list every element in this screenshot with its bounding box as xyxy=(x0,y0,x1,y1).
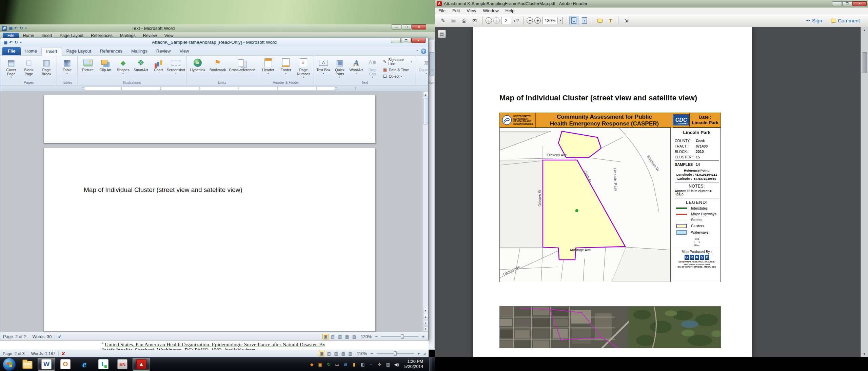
tray-usb-icon[interactable]: ◧ xyxy=(360,362,365,367)
fit-width-icon[interactable]: ↔ xyxy=(569,16,578,25)
close-button[interactable]: ✕ xyxy=(852,1,867,6)
wordart-button[interactable]: WordArt▾ xyxy=(348,57,364,80)
taskbar-item-internet-explorer[interactable]: e xyxy=(76,358,93,371)
minimize-button[interactable]: — xyxy=(391,38,401,43)
zoom-slider-thumb[interactable] xyxy=(394,351,397,356)
word-bg-scrollbar[interactable] xyxy=(428,39,435,350)
document-page-1[interactable] xyxy=(43,95,376,143)
undo-icon[interactable]: ↶ xyxy=(14,26,18,31)
bookmark-button[interactable]: Bookmark xyxy=(208,57,228,80)
start-button[interactable] xyxy=(3,358,16,371)
tray-security-icon[interactable]: ◆ xyxy=(309,362,314,367)
document-page-2[interactable]: Map of Individual Cluster (street view a… xyxy=(43,148,376,332)
next-page-icon[interactable]: ▼ xyxy=(423,326,428,332)
menu-window[interactable]: Window xyxy=(479,7,502,14)
highlight-icon[interactable]: T xyxy=(606,16,615,25)
zoom-level[interactable]: 110% xyxy=(357,351,367,356)
document-text[interactable]: Map of Individual Cluster (street view a… xyxy=(84,186,242,194)
word-ruler[interactable]: 1 2 3 4 5 6 7 xyxy=(0,85,428,92)
close-button[interactable]: ✕ xyxy=(411,38,426,43)
tray-sync-icon[interactable]: ↻ xyxy=(326,362,331,367)
tray-bluetooth-icon[interactable]: B xyxy=(343,362,348,367)
cross-reference-button[interactable]: Cross-reference xyxy=(228,57,256,80)
scrollbar-thumb[interactable] xyxy=(862,52,867,73)
fullscreen-view-icon[interactable]: ▤ xyxy=(326,351,332,356)
restore-button[interactable]: ❐ xyxy=(401,38,411,43)
comment-button[interactable]: Comment xyxy=(831,18,860,23)
zoom-level[interactable]: 120% xyxy=(361,334,372,339)
maximize-button[interactable]: ❐ xyxy=(402,24,412,30)
tab-mailings[interactable]: Mailings xyxy=(127,47,152,55)
zoom-dropdown-caret[interactable]: ▼ xyxy=(557,17,563,24)
fit-page-icon[interactable]: ↕ xyxy=(580,16,589,25)
comment-bubble-icon[interactable] xyxy=(595,16,605,25)
page-indicator[interactable]: Page: 2 of 2 xyxy=(3,334,26,339)
fill-sign-icon[interactable]: ✎ xyxy=(438,16,448,25)
blank-page-button[interactable]: Blank Page xyxy=(20,57,37,80)
tray-network-icon[interactable]: ▥ xyxy=(385,362,391,367)
tab-view[interactable]: View xyxy=(175,47,193,55)
scroll-down-icon[interactable]: ▼ xyxy=(423,308,428,313)
taskbar-item-lync[interactable]: L xyxy=(95,358,112,371)
web-layout-view-icon[interactable]: ▥ xyxy=(333,351,339,356)
tray-display-icon[interactable]: ▭ xyxy=(334,362,340,367)
shapes-button[interactable]: Shapes▾ xyxy=(115,57,132,80)
zoom-out-icon[interactable]: − xyxy=(527,17,533,24)
menu-edit[interactable]: Edit xyxy=(449,7,463,14)
tray-lock-icon[interactable]: ▮ xyxy=(351,362,357,367)
spellcheck-icon[interactable]: ✔ xyxy=(58,334,61,339)
minimize-button[interactable]: — xyxy=(392,24,401,30)
menu-help[interactable]: Help xyxy=(502,7,518,14)
chart-button[interactable]: Chart xyxy=(150,57,167,80)
save-icon[interactable]: ▣ xyxy=(449,16,458,25)
help-icon[interactable]: ? xyxy=(421,48,426,54)
menu-view[interactable]: View xyxy=(463,7,479,14)
minimize-ribbon-icon[interactable]: ⌃ xyxy=(416,50,419,53)
tab-home[interactable]: Home xyxy=(21,47,41,55)
scrollbar-thumb[interactable] xyxy=(423,98,428,124)
header-button[interactable]: Header▾ xyxy=(260,57,277,80)
page-indicator[interactable]: Page: 2 of 3 xyxy=(3,351,25,356)
word-scrollbar[interactable]: ▲ ▼ ▲ ● ▼ xyxy=(422,92,428,332)
tab-insert[interactable]: Insert xyxy=(41,47,62,56)
indent-marker-right[interactable] xyxy=(335,87,337,90)
navigation-pane-icon[interactable]: ▤ xyxy=(438,30,446,38)
page-number-button[interactable]: Page Number▾ xyxy=(295,57,312,80)
close-button[interactable]: ✕ xyxy=(412,24,426,30)
zoom-slider[interactable] xyxy=(381,336,418,337)
picture-button[interactable]: Picture xyxy=(79,57,96,80)
tab-file[interactable]: File xyxy=(2,47,21,55)
web-layout-view-icon[interactable]: ▥ xyxy=(337,334,343,339)
taskbar-item-endnote[interactable]: EN xyxy=(114,358,131,371)
taskbar-item-word[interactable]: W xyxy=(38,358,55,371)
tray-office-icon[interactable]: ▣ xyxy=(317,362,323,367)
outline-view-icon[interactable]: ▦ xyxy=(344,334,350,339)
scroll-up-icon[interactable]: ▲ xyxy=(863,27,866,33)
tray-app-icon[interactable]: ▪ xyxy=(368,362,374,367)
text-box-button[interactable]: Text Box▾ xyxy=(316,57,331,80)
taskbar-item-explorer[interactable] xyxy=(19,358,36,371)
signature-line-button[interactable]: ✎Signature Line▾ xyxy=(381,57,413,66)
word-count[interactable]: Words: 30 xyxy=(32,334,52,339)
taskbar-item-outlook[interactable]: O xyxy=(57,358,74,371)
zoom-slider[interactable] xyxy=(377,353,414,354)
outline-view-icon[interactable]: ▦ xyxy=(340,351,347,356)
word-document-area[interactable]: Map of Individual Cluster (street view a… xyxy=(0,92,428,332)
word-bg-titlebar[interactable]: W ▣ ↶ ↻ ▼ Text - Microsoft Word — ❐ ✕ xyxy=(0,24,435,32)
cover-page-button[interactable]: Cover Page▾ xyxy=(3,57,20,80)
screenshot-button[interactable]: Screenshot▾ xyxy=(167,57,184,80)
fullscreen-icon[interactable]: ⇲ xyxy=(622,16,631,25)
zoom-out-icon[interactable]: − xyxy=(370,351,374,356)
draft-view-icon[interactable]: ▧ xyxy=(351,334,357,339)
minimize-button[interactable]: — xyxy=(832,1,842,6)
equation-button[interactable]: Equation▾ xyxy=(418,57,435,80)
page-number-input[interactable] xyxy=(501,17,511,24)
date-time-button[interactable]: ▦Date & Time xyxy=(381,67,413,73)
tab-references[interactable]: References xyxy=(96,47,127,55)
show-desktop-button[interactable] xyxy=(429,357,432,371)
page-break-button[interactable]: Page Break xyxy=(38,57,55,80)
print-layout-view-icon[interactable]: ▣ xyxy=(319,351,325,356)
zoom-out-icon[interactable]: − xyxy=(374,334,379,339)
maximize-button[interactable]: ❐ xyxy=(842,1,852,6)
pdf-page[interactable]: Map of Individual Cluster (street view a… xyxy=(473,27,752,357)
